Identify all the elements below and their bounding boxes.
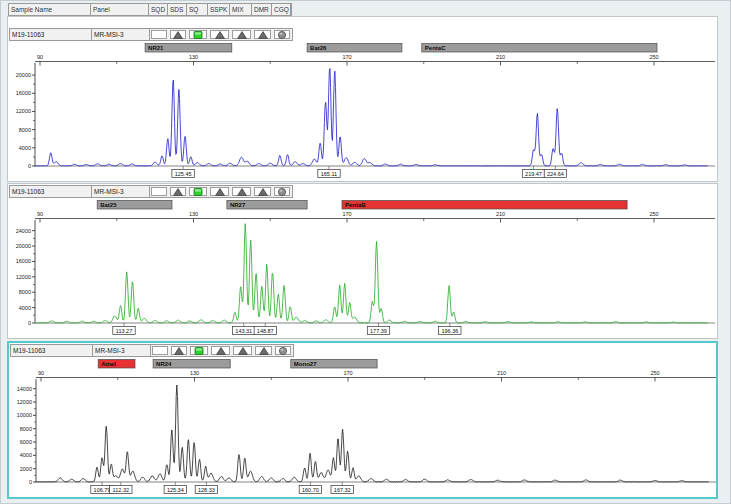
- flag-cell-sq[interactable]: [190, 346, 208, 355]
- x-tick-label: 130: [189, 54, 198, 60]
- sample-name-cell[interactable]: M19-11063: [11, 345, 93, 356]
- empty-flag-icon: [154, 31, 164, 39]
- panel-name-cell[interactable]: MR-MSI-3: [93, 345, 151, 356]
- sample-info-row[interactable]: M19-11063 MR-MSI-3: [9, 185, 293, 198]
- y-tick-label: 16000: [16, 90, 31, 96]
- pass-green-square-icon: [194, 347, 204, 355]
- gray-circle-icon: [277, 31, 287, 39]
- marker-bar-PentaC[interactable]: [422, 44, 657, 53]
- flag-cell-sqd[interactable]: [152, 346, 168, 355]
- sample-info-row[interactable]: M19-11063 MR-MSI-3: [10, 344, 294, 357]
- flag-cell-sspk[interactable]: [210, 187, 229, 196]
- peak-size-label: 224.64: [547, 171, 564, 177]
- sample-name-cell[interactable]: M19-11063: [10, 29, 92, 40]
- flag-cell-mix[interactable]: [232, 30, 251, 39]
- flag-cell-dmr[interactable]: [254, 187, 271, 196]
- warning-triangle-icon: [174, 347, 184, 355]
- marker-label: Mono27: [294, 361, 317, 367]
- column-header-sspk[interactable]: SSPK: [208, 4, 230, 15]
- warning-triangle-icon: [237, 31, 247, 39]
- x-tick-label: 170: [343, 370, 352, 376]
- warning-triangle-icon: [258, 188, 268, 196]
- flag-cell-sqd[interactable]: [151, 187, 167, 196]
- marker-label: NR24: [156, 361, 172, 367]
- peak-size-label: 165.11: [321, 171, 337, 177]
- marker-label: Bat25: [100, 202, 117, 208]
- marker-label: NR21: [148, 45, 164, 51]
- column-header-panel[interactable]: Panel: [91, 4, 149, 15]
- flag-cell-sspk[interactable]: [210, 30, 229, 39]
- marker-label: PentaB: [345, 202, 366, 208]
- x-tick-label: 250: [649, 211, 658, 217]
- x-tick-label: 170: [342, 54, 351, 60]
- marker-label: NR27: [230, 202, 246, 208]
- warning-triangle-icon: [259, 347, 269, 355]
- electropherogram-plot[interactable]: Bat25NR27PentaB9013017021025004000800012…: [9, 199, 717, 340]
- flag-cell-mix[interactable]: [233, 346, 252, 355]
- pass-green-square-icon: [193, 31, 203, 39]
- column-header-cgq[interactable]: CGQ: [272, 4, 291, 15]
- column-header-dmr[interactable]: DMR: [252, 4, 272, 15]
- warning-triangle-icon: [215, 31, 225, 39]
- warning-triangle-icon: [258, 31, 268, 39]
- x-tick-label: 210: [496, 211, 505, 217]
- y-tick-label: 6000: [20, 439, 32, 445]
- column-header-mix[interactable]: MIX: [230, 4, 252, 15]
- electropherogram-panel-3-selected[interactable]: M19-11063 MR-MSI-3 AmelNR24Mono279013017…: [7, 341, 718, 499]
- y-tick-label: 2000: [20, 466, 32, 472]
- peak-size-label: 177.39: [370, 328, 387, 334]
- panel-name-cell[interactable]: MR-MSI-3: [92, 186, 150, 197]
- panel-name-cell[interactable]: MR-MSI-3: [92, 29, 150, 40]
- peak-size-label: 128.33: [198, 487, 215, 493]
- warning-triangle-icon: [237, 188, 247, 196]
- flag-cell-sspk[interactable]: [211, 346, 230, 355]
- flag-cell-sqd[interactable]: [151, 30, 167, 39]
- y-tick-label: 20000: [16, 243, 31, 249]
- y-tick-label: 14000: [17, 386, 32, 392]
- flag-cell-sds[interactable]: [170, 30, 186, 39]
- column-header-sds[interactable]: SDS: [168, 4, 187, 15]
- sample-name-cell[interactable]: M19-11063: [10, 186, 92, 197]
- flag-cell-cgq[interactable]: [275, 346, 291, 355]
- gray-circle-icon: [278, 347, 288, 355]
- y-tick-label: 16000: [16, 258, 31, 264]
- y-tick-label: 4000: [19, 305, 31, 311]
- marker-bar-PentaB[interactable]: [342, 201, 627, 210]
- electropherogram-panel-1[interactable]: M19-11063 MR-MSI-3 NR21Bat26PentaC901301…: [7, 16, 718, 182]
- flag-cell-sds[interactable]: [171, 346, 187, 355]
- x-tick-label: 130: [189, 211, 198, 217]
- y-tick-label: 0: [29, 479, 32, 485]
- empty-flag-icon: [155, 347, 165, 355]
- y-tick-label: 4000: [19, 145, 31, 151]
- y-tick-label: 8000: [20, 426, 32, 432]
- flag-cell-mix[interactable]: [232, 187, 251, 196]
- warning-triangle-icon: [173, 31, 183, 39]
- peak-size-label: 125.45: [175, 171, 192, 177]
- y-tick-label: 12000: [17, 399, 32, 405]
- warning-triangle-icon: [216, 347, 226, 355]
- marker-label: PentaC: [425, 45, 446, 51]
- column-header-sample-name[interactable]: Sample Name: [9, 4, 91, 15]
- msi-electropherogram-view: Sample Name Panel SQD SDS SQ SSPK MIX DM…: [0, 0, 731, 504]
- flag-cell-cgq[interactable]: [274, 30, 290, 39]
- flag-cell-sq[interactable]: [189, 187, 207, 196]
- y-tick-label: 24000: [16, 228, 31, 234]
- peak-size-label: 106.79: [94, 487, 111, 493]
- electropherogram-plot[interactable]: AmelNR24Mono2790130170210250020004000600…: [10, 358, 718, 499]
- flag-cell-sds[interactable]: [170, 187, 186, 196]
- sample-info-row[interactable]: M19-11063 MR-MSI-3: [9, 28, 293, 41]
- peak-size-label: 113.27: [116, 328, 132, 334]
- flag-cell-dmr[interactable]: [255, 346, 272, 355]
- electropherogram-panel-2[interactable]: M19-11063 MR-MSI-3 Bat25NR27PentaB901301…: [7, 183, 718, 339]
- column-header-sqd[interactable]: SQD: [149, 4, 168, 15]
- flag-cell-cgq[interactable]: [274, 187, 290, 196]
- empty-flag-icon: [154, 188, 164, 196]
- warning-triangle-icon: [215, 188, 225, 196]
- gray-circle-icon: [277, 188, 287, 196]
- flag-cell-sq[interactable]: [189, 30, 207, 39]
- electropherogram-plot[interactable]: NR21Bat26PentaC9013017021025004000800012…: [9, 42, 717, 183]
- flag-cell-dmr[interactable]: [254, 30, 271, 39]
- peak-size-label: 143.31: [235, 328, 252, 334]
- column-header-sq[interactable]: SQ: [187, 4, 208, 15]
- marker-label: Amel: [101, 361, 116, 367]
